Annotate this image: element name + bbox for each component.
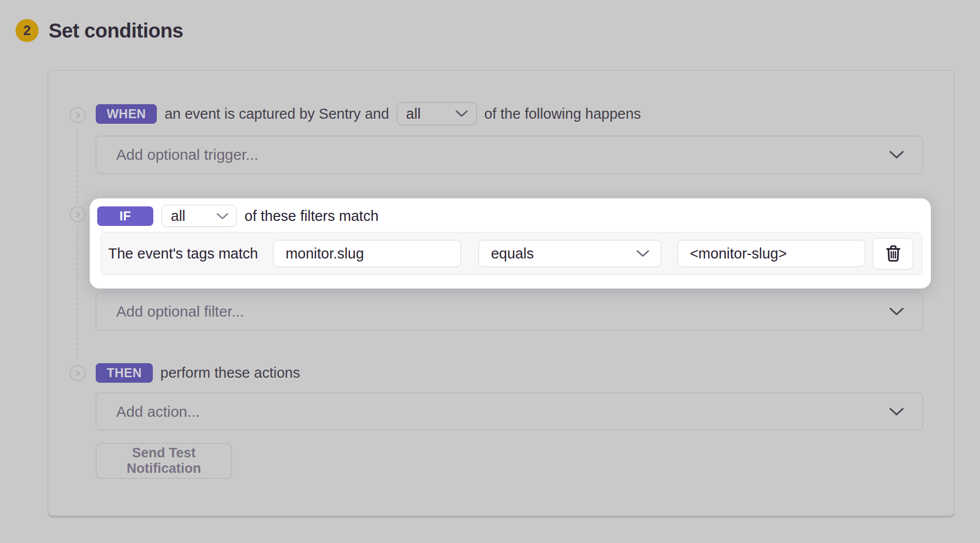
if-text-after: of these filters match — [244, 208, 379, 224]
then-text: perform these actions — [160, 365, 300, 381]
if-section-card: IF all of these filters match The event'… — [90, 198, 931, 289]
add-action-dropdown[interactable]: Add action... — [96, 393, 923, 430]
trash-icon — [885, 244, 902, 262]
page-title: Set conditions — [49, 20, 183, 42]
then-row: THEN perform these actions — [96, 361, 300, 384]
when-text-before: an event is captured by Sentry and — [164, 106, 389, 122]
rail-connector — [77, 227, 78, 361]
add-action-placeholder: Add action... — [116, 403, 200, 420]
step-number: 2 — [23, 23, 31, 39]
when-match-select[interactable]: all — [397, 102, 477, 125]
add-filter-placeholder: Add optional filter... — [116, 303, 244, 320]
filter-key-input[interactable] — [273, 240, 461, 267]
add-filter-dropdown[interactable]: Add optional filter... — [96, 293, 923, 331]
filter-label: The event's tags match — [108, 245, 258, 262]
step-number-badge: 2 — [16, 19, 39, 42]
chevron-down-icon — [889, 407, 904, 416]
chevron-down-icon — [889, 307, 904, 316]
if-match-select[interactable]: all — [161, 205, 236, 227]
filter-operator-select[interactable]: equals — [478, 240, 661, 267]
if-row: IF all of these filters match — [97, 205, 379, 227]
if-badge: IF — [97, 206, 153, 226]
then-collapse-chevron-icon — [70, 365, 86, 381]
add-trigger-dropdown[interactable]: Add optional trigger... — [96, 136, 923, 174]
when-row: WHEN an event is captured by Sentry and … — [96, 102, 641, 125]
if-match-select-value: all — [171, 208, 185, 224]
add-trigger-placeholder: Add optional trigger... — [116, 146, 259, 163]
if-collapse-chevron-icon — [70, 206, 86, 222]
chevron-down-icon — [216, 212, 229, 220]
filter-condition-row: The event's tags match equals — [101, 232, 922, 275]
rail-connector — [77, 128, 78, 203]
chevron-down-icon — [636, 249, 650, 257]
chevron-down-icon — [455, 110, 468, 118]
filter-operator-value: equals — [491, 245, 534, 262]
filter-value-input[interactable] — [677, 240, 865, 267]
set-conditions-header: 2 Set conditions — [16, 19, 183, 42]
when-collapse-chevron-icon — [70, 107, 86, 123]
when-text-after: of the following happens — [484, 106, 641, 122]
when-match-select-value: all — [406, 106, 421, 122]
conditions-panel: WHEN an event is captured by Sentry and … — [48, 70, 954, 516]
then-badge: THEN — [96, 363, 153, 383]
when-badge: WHEN — [96, 104, 157, 124]
chevron-down-icon — [889, 150, 904, 159]
delete-filter-button[interactable] — [873, 238, 913, 269]
send-test-notification-button[interactable]: Send Test Notification — [96, 443, 232, 479]
